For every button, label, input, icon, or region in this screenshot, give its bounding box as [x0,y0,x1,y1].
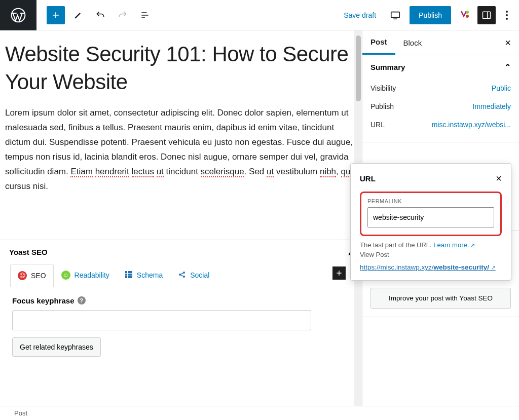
breadcrumb[interactable]: Post [14,409,27,417]
url-popover: URL × PERMALINK The last part of the URL… [350,163,511,281]
external-link-icon: ↗ [491,264,496,271]
svg-rect-4 [483,12,491,18]
editor-canvas: Website Security 101: How to Secure Your… [0,30,362,406]
yoast-tab-readability[interactable]: ☺ Readability [54,264,117,287]
post-body-paragraph[interactable]: Lorem ipsum dolor sit amet, consectetur … [5,106,357,194]
svg-point-3 [466,15,469,18]
publish-label: Publish [370,102,394,110]
wordpress-logo[interactable] [0,0,36,30]
visibility-value[interactable]: Public [492,84,511,92]
view-post-link[interactable]: View Post [360,251,502,258]
svg-rect-1 [391,12,400,17]
url-popover-title: URL [360,174,376,183]
sidebar-close-button[interactable]: × [497,37,519,49]
editor-content[interactable]: Website Security 101: How to Secure Your… [0,30,362,199]
chevron-up-icon: ⌃ [504,62,511,72]
share-icon [178,271,186,280]
url-label: URL [370,121,385,129]
svg-rect-14 [125,276,127,278]
url-value[interactable]: misc.instawp.xyz/websi... [432,121,511,129]
svg-rect-13 [130,274,132,276]
document-overview-button[interactable] [136,6,154,24]
yoast-tabs: ☹ SEO ☺ Readability Schema [10,264,352,287]
improve-with-yoast-button[interactable]: Improve your post with Yoast SEO [370,288,511,309]
summary-title: Summary [370,63,405,71]
permalink-help-prefix: The last part of the URL. [360,241,433,249]
svg-rect-12 [128,274,130,276]
permalink-help-text: The last part of the URL. Learn more. ↗ … [360,241,502,258]
help-icon[interactable]: ? [78,296,86,304]
smile-face-icon: ☺ [61,271,70,280]
post-title[interactable]: Website Security 101: How to Secure Your… [5,41,357,96]
topbar-left [0,0,154,30]
publish-value[interactable]: Immediately [473,102,511,110]
editor-topbar: Save draft Publish [0,0,519,30]
undo-button[interactable] [91,6,109,24]
visibility-label: Visibility [370,84,396,92]
topbar-right: Save draft Publish [339,6,519,24]
close-icon[interactable]: × [496,173,502,184]
inline-add-block-button[interactable] [332,266,346,280]
url-popover-header: URL × [360,173,502,184]
summary-panel: Summary ⌃ Visibility Public Publish Imme… [362,55,519,142]
yoast-tab-social[interactable]: Social [170,264,217,287]
save-draft-button[interactable]: Save draft [339,8,381,22]
publish-button[interactable]: Publish [410,6,451,24]
related-keyphrases-button[interactable]: Get related keyphrases [12,337,101,357]
focus-keyphrase-label: Focus keyphrase ? [12,296,350,305]
yoast-tab-social-label: Social [190,271,209,279]
summary-panel-body: Visibility Public Publish Immediately UR… [362,79,519,142]
permalink-input[interactable] [367,207,494,227]
visibility-row: Visibility Public [370,79,511,97]
tools-button[interactable] [69,6,87,24]
add-block-button[interactable] [47,6,65,24]
preview-button[interactable] [386,6,404,24]
more-options-button[interactable] [501,6,513,24]
svg-point-6 [506,14,508,16]
yoast-seo-metabox: Yoast SEO ▴ ☹ SEO ☺ Readability Schema [0,240,362,366]
focus-keyphrase-input[interactable] [12,310,311,330]
permalink-label: PERMALINK [367,198,494,204]
svg-rect-9 [128,271,130,273]
svg-rect-8 [125,271,127,273]
summary-panel-header[interactable]: Summary ⌃ [362,55,519,79]
svg-rect-15 [128,276,130,278]
yoast-tab-seo-label: SEO [31,272,46,280]
sidebar-tabs: Post Block × [362,30,519,55]
svg-rect-10 [130,271,132,273]
yoast-tab-seo[interactable]: ☹ SEO [10,264,54,287]
yoast-tab-schema-label: Schema [137,271,163,279]
sidebar-tab-block[interactable]: Block [395,31,430,54]
permalink-highlight-box: PERMALINK [360,192,502,236]
redo-button[interactable] [114,6,132,24]
editor-footer: Post [0,406,519,420]
svg-rect-16 [130,276,132,278]
settings-panel-toggle[interactable] [477,6,496,24]
svg-point-5 [506,11,508,13]
focus-keyphrase-label-text: Focus keyphrase [12,296,75,305]
svg-rect-11 [125,274,127,276]
full-permalink-link[interactable]: https://misc.instawp.xyz/website-securit… [360,263,502,271]
focus-keyphrase-section: Focus keyphrase ? Get related keyphrases [0,287,362,366]
svg-point-2 [466,11,469,14]
yoast-tab-schema[interactable]: Schema [117,264,170,287]
url-row: URL misc.instawp.xyz/websi... [370,116,511,134]
sidebar-tab-post[interactable]: Post [362,30,395,55]
schema-grid-icon [125,271,133,280]
svg-point-7 [506,18,508,20]
yoast-icon[interactable] [456,7,472,23]
sad-face-icon: ☹ [18,271,27,280]
yoast-metabox-title: Yoast SEO [9,248,48,256]
external-link-icon: ↗ [469,242,475,248]
publish-row: Publish Immediately [370,97,511,116]
yoast-tab-readability-label: Readability [75,271,109,279]
yoast-metabox-header[interactable]: Yoast SEO ▴ [0,240,362,264]
learn-more-link[interactable]: Learn more. ↗ [433,241,475,249]
